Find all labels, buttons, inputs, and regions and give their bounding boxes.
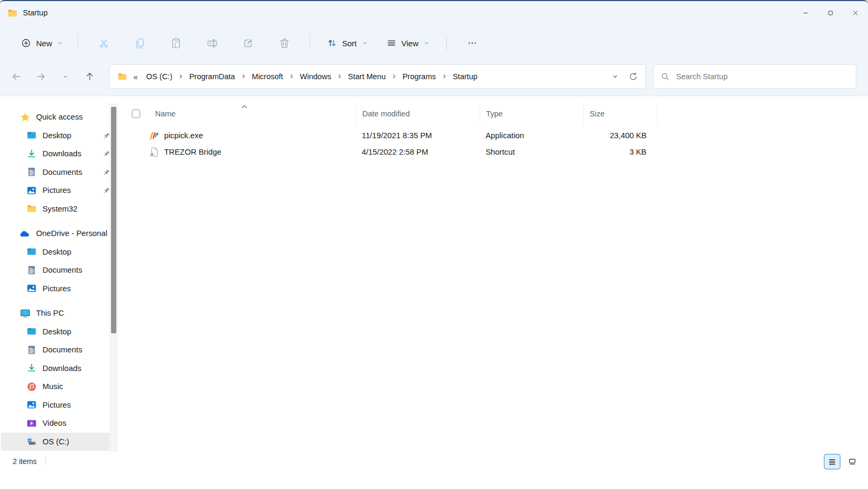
column-header-size[interactable]: Size (583, 104, 658, 124)
sidebar-item-label: Desktop (42, 248, 117, 256)
sidebar-item-music[interactable]: Music (1, 377, 117, 396)
recent-locations-button[interactable] (55, 66, 75, 87)
sidebar-item-documents[interactable]: Documents (1, 341, 117, 359)
search-input[interactable] (676, 72, 849, 81)
up-button[interactable] (80, 66, 100, 87)
sidebar-item-desktop[interactable]: Desktop (1, 127, 117, 145)
drive-icon (27, 436, 37, 446)
minimize-icon (801, 9, 810, 18)
back-button[interactable] (6, 66, 27, 87)
column-header-label: Name (155, 109, 176, 118)
forward-button[interactable] (31, 66, 51, 87)
pictures-icon (27, 186, 37, 196)
sidebar-item-label: Desktop (42, 131, 103, 140)
sidebar-gap (0, 298, 118, 304)
cut-button[interactable] (92, 32, 115, 54)
close-button[interactable] (843, 1, 868, 24)
scrollbar-thumb[interactable] (111, 107, 116, 333)
refresh-icon (628, 72, 638, 81)
share-button[interactable] (236, 32, 260, 54)
sidebar-item-label: Pictures (42, 284, 117, 293)
file-row-picpick-exe[interactable]: picpick.exe 11/19/2021 8:35 PM Applicati… (127, 127, 868, 144)
paste-button[interactable] (164, 32, 188, 54)
sidebar-section-this-pc[interactable]: This PC (1, 304, 117, 323)
navigation-pane: Quick accessDesktopDownloadsDocumentsPic… (0, 96, 118, 452)
item-count: 2 items (13, 457, 37, 466)
sidebar-scrollbar[interactable] (109, 104, 118, 452)
more-options-button[interactable] (461, 32, 484, 54)
sidebar-item-os-c[interactable]: OS (C:) (1, 433, 117, 451)
documents-icon (27, 345, 37, 355)
sidebar-item-label: Documents (42, 266, 117, 274)
sidebar-item-documents[interactable]: Documents (1, 261, 117, 280)
titlebar[interactable]: Startup (0, 1, 868, 24)
breadcrumb-item-microsoft[interactable]: Microsoft (248, 70, 287, 83)
breadcrumb: «OS (C:)›ProgramData›Microsoft›Windows›S… (117, 70, 606, 83)
toolbar-separator (310, 35, 310, 51)
chevron-down-icon (423, 40, 430, 46)
file-type: Application (480, 131, 583, 140)
view-button[interactable]: View (380, 33, 436, 53)
sidebar-item-pictures[interactable]: Pictures (1, 396, 117, 415)
maximize-button[interactable] (818, 1, 843, 24)
file-date-modified: 11/19/2021 8:35 PM (356, 131, 480, 140)
sidebar-item-label: Documents (42, 345, 117, 354)
breadcrumb-item-start-menu[interactable]: Start Menu (344, 70, 390, 83)
minimize-button[interactable] (793, 1, 818, 24)
sidebar-item-label: Downloads (42, 364, 117, 373)
sidebar-tree: Quick accessDesktopDownloadsDocumentsPic… (0, 108, 118, 451)
delete-button[interactable] (273, 32, 296, 54)
details-view-icon (828, 457, 837, 466)
sidebar-item-desktop[interactable]: Desktop (1, 323, 117, 341)
sidebar-item-documents[interactable]: Documents (1, 163, 117, 182)
sidebar-item-pictures[interactable]: Pictures (1, 181, 117, 200)
new-button-label: New (36, 39, 52, 48)
sidebar-section-label: This PC (36, 309, 117, 317)
sidebar-item-videos[interactable]: Videos (1, 414, 117, 433)
toolbar: New Sort View (0, 24, 868, 62)
breadcrumb-item-startup[interactable]: Startup (448, 70, 482, 83)
sidebar-item-downloads[interactable]: Downloads (1, 145, 117, 163)
picpick-icon (149, 130, 159, 141)
column-header-name[interactable]: Name (127, 104, 356, 124)
refresh-button[interactable] (624, 68, 642, 86)
column-header-type[interactable]: Type (480, 104, 583, 124)
sort-arrows-icon (327, 38, 337, 48)
address-bar[interactable]: «OS (C:)›ProgramData›Microsoft›Windows›S… (109, 64, 646, 89)
folder-icon (117, 72, 127, 81)
file-row-trezor-bridge[interactable]: TREZOR Bridge 4/15/2022 2:58 PM Shortcut… (127, 144, 868, 160)
sidebar-section-onedrive-personal[interactable]: OneDrive - Personal (1, 224, 117, 243)
sort-button[interactable]: Sort (321, 33, 374, 53)
new-button[interactable]: New (14, 33, 70, 53)
large-icons-view-toggle[interactable] (844, 454, 861, 469)
breadcrumb-item-programs[interactable]: Programs (398, 70, 440, 83)
content: Quick accessDesktopDownloadsDocumentsPic… (0, 96, 868, 452)
maximize-icon (826, 9, 835, 18)
documents-icon (27, 167, 37, 177)
arrow-up-icon (84, 71, 95, 82)
plus-circle-icon (21, 38, 31, 48)
breadcrumb-item-os-c[interactable]: OS (C:) (142, 70, 176, 83)
breadcrumb-separator-icon: › (338, 71, 341, 82)
sidebar-section-quick-access[interactable]: Quick access (1, 108, 117, 127)
rename-button[interactable] (200, 32, 224, 54)
sidebar-item-system32[interactable]: System32 (1, 200, 117, 218)
file-explorer-window: Startup New Sort V (0, 0, 868, 489)
breadcrumb-overflow[interactable]: « (133, 72, 138, 81)
column-header-date-modified[interactable]: Date modified (356, 104, 480, 124)
file-size: 23,400 KB (583, 131, 658, 140)
copy-button[interactable] (128, 32, 151, 54)
column-headers: Name Date modified Type Size (127, 104, 868, 124)
sidebar-item-downloads[interactable]: Downloads (1, 359, 117, 378)
desktop-icon (27, 130, 37, 140)
sidebar-item-label: Pictures (42, 186, 103, 195)
breadcrumb-item-programdata[interactable]: ProgramData (185, 70, 239, 83)
status-separator (45, 457, 46, 466)
sidebar-item-pictures[interactable]: Pictures (1, 280, 117, 298)
select-all-checkbox[interactable] (132, 109, 140, 118)
details-view-toggle[interactable] (824, 454, 840, 469)
sidebar-item-desktop[interactable]: Desktop (1, 243, 117, 262)
address-dropdown-button[interactable] (606, 68, 624, 86)
thispc-icon (20, 308, 30, 318)
breadcrumb-item-windows[interactable]: Windows (296, 70, 336, 83)
